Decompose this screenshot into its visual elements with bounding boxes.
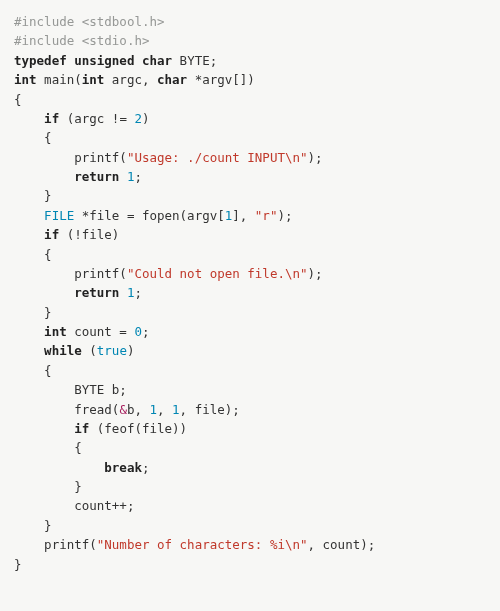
punct: ( (82, 343, 97, 358)
preproc-line: #include <stdio.h> (14, 33, 149, 48)
ident: argc, (104, 72, 157, 87)
brace: { (44, 130, 52, 145)
literal-number: 1 (149, 402, 157, 417)
punct: , (157, 402, 172, 417)
stmt: BYTE b; (74, 382, 127, 397)
brace: } (74, 479, 82, 494)
string-literal: "Could not open file.\n" (127, 266, 308, 281)
expr: (!file) (59, 227, 119, 242)
expr: b, (127, 402, 150, 417)
punct: ; (142, 324, 150, 339)
keyword-char: char (142, 53, 172, 68)
call-printf: printf( (44, 537, 97, 552)
string-literal: "Usage: ./count INPUT\n" (127, 150, 308, 165)
punct: ); (308, 266, 323, 281)
keyword-typedef: typedef (14, 53, 67, 68)
keyword-char: char (157, 72, 187, 87)
expr: *file = fopen(argv[ (74, 208, 225, 223)
punct: ) (142, 111, 150, 126)
punct: ; (142, 460, 150, 475)
expr: , file); (180, 402, 240, 417)
type-file: FILE (44, 208, 74, 223)
literal-number: 2 (134, 111, 142, 126)
call-printf: printf( (74, 266, 127, 281)
keyword-int: int (14, 72, 37, 87)
expr: count = (67, 324, 135, 339)
punct: ); (277, 208, 292, 223)
brace: } (44, 188, 52, 203)
code-block: #include <stdbool.h> #include <stdio.h> … (0, 0, 500, 586)
brace: { (44, 363, 52, 378)
keyword-if: if (44, 111, 59, 126)
call-printf: printf( (74, 150, 127, 165)
expr: ], (232, 208, 255, 223)
keyword-return: return (74, 285, 119, 300)
ident: main( (37, 72, 82, 87)
keyword-int: int (44, 324, 67, 339)
brace: } (44, 518, 52, 533)
brace: } (14, 557, 22, 572)
literal-number: 1 (172, 402, 180, 417)
keyword-unsigned: unsigned (74, 53, 134, 68)
literal-number: 0 (134, 324, 142, 339)
keyword-if: if (74, 421, 89, 436)
keyword-return: return (74, 169, 119, 184)
stmt: count++; (74, 498, 134, 513)
punct: ; (134, 285, 142, 300)
call-fread: fread( (74, 402, 119, 417)
ident: BYTE; (172, 53, 217, 68)
expr: (argc != (59, 111, 134, 126)
keyword-int: int (82, 72, 105, 87)
literal-true: true (97, 343, 127, 358)
brace: { (14, 92, 22, 107)
keyword-break: break (104, 460, 142, 475)
expr: (feof(file)) (89, 421, 187, 436)
expr: , count); (308, 537, 376, 552)
punct: ) (127, 343, 135, 358)
punct: ); (308, 150, 323, 165)
string-literal: "Number of characters: %i\n" (97, 537, 308, 552)
operator-amp: & (119, 402, 127, 417)
brace: { (44, 247, 52, 262)
punct: ; (134, 169, 142, 184)
brace: { (74, 440, 82, 455)
string-literal: "r" (255, 208, 278, 223)
preproc-line: #include <stdbool.h> (14, 14, 165, 29)
keyword-while: while (44, 343, 82, 358)
keyword-if: if (44, 227, 59, 242)
ident: *argv[]) (187, 72, 255, 87)
brace: } (44, 305, 52, 320)
